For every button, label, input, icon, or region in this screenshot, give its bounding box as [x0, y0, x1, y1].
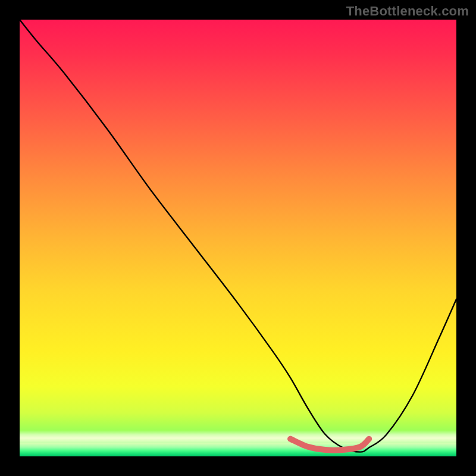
curve-layer	[20, 20, 456, 456]
chart-frame: TheBottleneck.com	[0, 0, 476, 476]
watermark-text: TheBottleneck.com	[346, 4, 469, 19]
plateau-marker	[290, 439, 369, 450]
bottleneck-curve	[20, 20, 456, 452]
plot-area	[20, 20, 456, 456]
